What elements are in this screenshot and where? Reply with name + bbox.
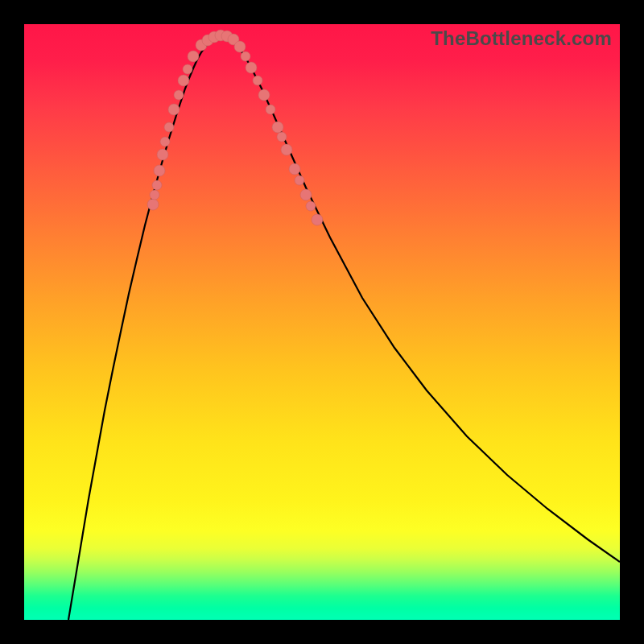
marker-dot	[174, 90, 184, 100]
marker-dot	[312, 214, 323, 225]
marker-dot	[281, 144, 292, 155]
marker-dot	[147, 199, 159, 210]
data-markers	[147, 30, 323, 225]
marker-dot	[277, 132, 287, 142]
marker-dot	[157, 149, 168, 160]
marker-dot	[234, 41, 246, 52]
marker-dot	[306, 201, 316, 211]
marker-dot	[272, 122, 283, 133]
marker-dot	[152, 180, 162, 190]
marker-dot	[160, 137, 170, 147]
bottleneck-curve	[68, 36, 620, 620]
marker-dot	[183, 64, 192, 74]
marker-dot	[266, 105, 275, 114]
watermark-text: TheBottleneck.com	[431, 27, 612, 50]
marker-dot	[168, 104, 180, 115]
marker-dot	[241, 52, 250, 61]
marker-dot	[289, 163, 300, 175]
marker-dot	[188, 51, 199, 62]
curve-layer	[24, 24, 620, 620]
marker-dot	[246, 62, 257, 73]
marker-dot	[295, 175, 304, 185]
marker-dot	[253, 76, 262, 85]
marker-dot	[178, 75, 189, 86]
marker-dot	[258, 89, 270, 101]
marker-dot	[150, 190, 159, 200]
chart-frame: TheBottleneck.com	[0, 0, 644, 644]
marker-dot	[154, 165, 165, 176]
marker-dot	[300, 189, 312, 200]
plot-area: TheBottleneck.com	[24, 24, 620, 620]
marker-dot	[164, 122, 174, 132]
